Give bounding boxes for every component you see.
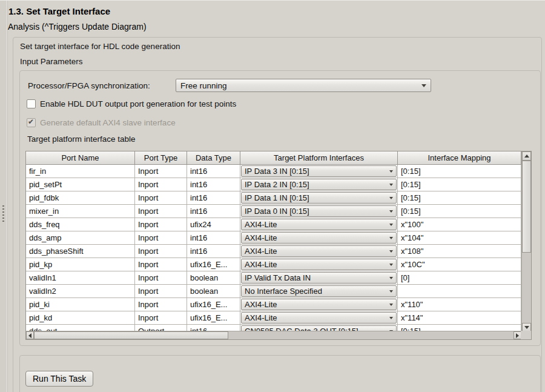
- interface-select-value: AXI4-Lite: [242, 218, 389, 231]
- port-name-cell: dds_amp: [26, 231, 135, 245]
- chevron-down-icon: [389, 277, 393, 279]
- data-type-cell: ufix24: [187, 218, 240, 231]
- interface-select[interactable]: IP Data 1 IN [0:15]: [241, 192, 397, 204]
- horizontal-scrollbar-thumb[interactable]: [34, 331, 228, 339]
- interface-select[interactable]: No Interface Specified: [241, 285, 397, 297]
- sync-select[interactable]: Free running: [176, 79, 431, 92]
- interface-select[interactable]: AXI4-Lite: [241, 245, 397, 257]
- interface-table-label: Target platform interface table: [27, 135, 136, 144]
- interface-select[interactable]: AXI4-Lite: [241, 259, 397, 270]
- table-row: pid_kiInportufix16_E...AXI4-Litex"110": [26, 298, 521, 311]
- interface-mapping-cell[interactable]: x"104": [398, 231, 521, 245]
- interface-mapping-cell[interactable]: [0]: [398, 271, 521, 285]
- column-header[interactable]: Target Platform Interfaces: [240, 151, 398, 165]
- column-header[interactable]: Data Type: [187, 151, 240, 165]
- port-type-cell: Inport: [135, 271, 187, 285]
- interface-mapping-cell[interactable]: x"108": [398, 245, 521, 258]
- vertical-scrollbar-thumb[interactable]: [522, 161, 531, 253]
- interface-cell: IP Data 1 IN [0:15]: [240, 191, 398, 205]
- panel-splitter[interactable]: [0, 1, 8, 392]
- interface-select[interactable]: IP Valid Tx Data IN: [241, 272, 397, 284]
- set-target-interface-panel: 1.3. Set Target Interface Analysis (^Tri…: [0, 0, 545, 392]
- chevron-down-icon: [389, 170, 393, 173]
- table-row: validIn1InportbooleanIP Valid Tx Data IN…: [26, 271, 521, 285]
- vertical-scrollbar[interactable]: [521, 151, 531, 332]
- interface-select-value: AXI4-Lite: [242, 311, 389, 324]
- interface-mapping-cell[interactable]: x"114": [398, 311, 521, 325]
- interface-table-header: Port NamePort TypeData TypeTarget Platfo…: [26, 151, 521, 165]
- table-row: dds_ampInportint16AXI4-Litex"104": [26, 231, 521, 245]
- column-header[interactable]: Interface Mapping: [398, 151, 521, 165]
- chevron-down-icon: [389, 264, 393, 266]
- data-type-cell: boolean: [187, 271, 240, 285]
- port-name-cell: pid_ki: [26, 298, 135, 311]
- interface-mapping-cell[interactable]: [0:15]: [398, 205, 521, 218]
- column-header[interactable]: Port Type: [135, 151, 187, 165]
- scroll-up-button[interactable]: [522, 151, 531, 161]
- port-name-cell: pid_fdbk: [26, 191, 135, 205]
- port-name-cell: pid_kd: [26, 311, 135, 325]
- chevron-down-icon: [421, 84, 426, 87]
- port-name-cell: pid_setPt: [26, 178, 135, 191]
- interface-select-value: No Interface Specified: [242, 285, 389, 297]
- port-name-cell: mixer_in: [26, 205, 135, 218]
- interface-select-value: AXI4-Lite: [242, 231, 389, 244]
- interface-mapping-cell[interactable]: [0:15]: [398, 191, 521, 205]
- interface-cell: AXI4-Lite: [240, 298, 398, 311]
- horizontal-scrollbar[interactable]: [26, 331, 521, 339]
- test-points-checkbox-row: Enable HDL DUT output port generation fo…: [27, 99, 236, 108]
- interface-select[interactable]: AXI4-Lite: [241, 232, 397, 244]
- interface-mapping-cell[interactable]: [0:15]: [398, 165, 521, 178]
- scroll-left-button[interactable]: [26, 331, 34, 339]
- chevron-down-icon: [389, 237, 393, 239]
- interface-select[interactable]: IP Data 3 IN [0:15]: [241, 165, 397, 177]
- scrollbar-corner: [521, 331, 531, 339]
- data-type-cell: int16: [187, 245, 240, 258]
- port-type-cell: Inport: [135, 165, 187, 178]
- port-name-cell: dds_freq: [26, 218, 135, 231]
- interface-select-value: IP Data 1 IN [0:15]: [242, 191, 389, 204]
- interface-cell: IP Data 3 IN [0:15]: [240, 165, 398, 178]
- interface-select[interactable]: AXI4-Lite: [241, 219, 397, 230]
- table-row: pid_kpInportufix16_E...AXI4-Litex"10C": [26, 258, 521, 271]
- table-row: pid_setPtInportint16IP Data 2 IN [0:15][…: [26, 178, 521, 191]
- axi4-slave-checkbox-label: Generate default AXI4 slave interface: [40, 118, 176, 127]
- chevron-down-icon: [389, 317, 393, 319]
- interface-cell: IP Data 2 IN [0:15]: [240, 178, 398, 191]
- interface-cell: AXI4-Lite: [240, 245, 398, 258]
- chevron-down-icon: [389, 250, 393, 253]
- column-header[interactable]: Port Name: [26, 151, 135, 165]
- interface-cell: No Interface Specified: [240, 285, 398, 298]
- run-frame: [19, 355, 541, 392]
- interface-cell: AXI4-Lite: [240, 258, 398, 271]
- interface-cell: AXI4-Lite: [240, 311, 398, 325]
- interface-select[interactable]: AXI4-Lite: [241, 312, 397, 324]
- run-this-task-button[interactable]: Run This Task: [25, 371, 93, 387]
- interface-select-value: AXI4-Lite: [242, 245, 389, 257]
- interface-mapping-cell[interactable]: x"100": [398, 218, 521, 231]
- port-type-cell: Inport: [135, 191, 187, 205]
- port-type-cell: Inport: [135, 298, 187, 311]
- port-type-cell: Inport: [135, 218, 187, 231]
- chevron-down-icon: [389, 184, 393, 186]
- interface-mapping-cell[interactable]: [0:15]: [398, 178, 521, 191]
- table-row: validIn2InportbooleanNo Interface Specif…: [26, 285, 521, 298]
- interface-select-value: AXI4-Lite: [242, 298, 389, 311]
- test-points-checkbox[interactable]: [27, 99, 36, 108]
- interface-mapping-cell[interactable]: [398, 285, 521, 298]
- port-type-cell: Inport: [135, 311, 187, 325]
- interface-select[interactable]: IP Data 2 IN [0:15]: [241, 179, 397, 190]
- page-subtitle: Analysis (^Triggers Update Diagram): [8, 22, 147, 32]
- data-type-cell: ufix16_E...: [187, 311, 240, 325]
- port-type-cell: Inport: [135, 258, 187, 271]
- interface-mapping-cell[interactable]: x"110": [398, 298, 521, 311]
- table-row: dds_freqInportufix24AXI4-Litex"100": [26, 218, 521, 231]
- interface-select[interactable]: AXI4-Lite: [241, 299, 397, 310]
- interface-mapping-cell[interactable]: x"10C": [398, 258, 521, 271]
- arrow-left-icon: [28, 333, 31, 338]
- interface-select[interactable]: IP Data 0 IN [0:15]: [241, 205, 397, 217]
- port-name-cell: validIn2: [26, 285, 135, 298]
- table-row: fir_inInportint16IP Data 3 IN [0:15][0:1…: [26, 165, 521, 178]
- input-parameters-label: Input Parameters: [20, 57, 83, 66]
- chevron-down-icon: [389, 304, 393, 306]
